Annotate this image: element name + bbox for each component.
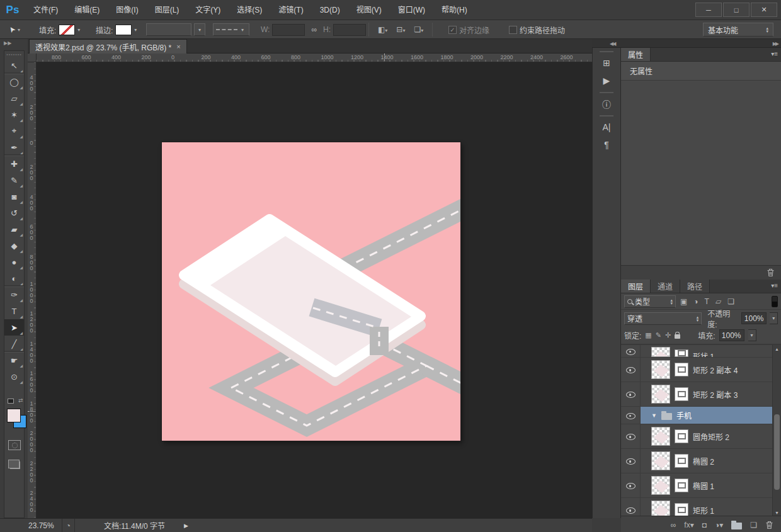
layer-visibility-cell[interactable] bbox=[621, 345, 641, 357]
status-flyout-icon[interactable]: ▶ bbox=[184, 523, 188, 529]
filter-smart-object-icon[interactable]: ❏ bbox=[727, 297, 734, 306]
layer-thumbnail[interactable] bbox=[651, 476, 670, 495]
menu-item-9[interactable]: 窗口(W) bbox=[390, 0, 433, 20]
info-panel-icon[interactable]: ⓘ bbox=[597, 96, 616, 112]
vector-mask-thumbnail[interactable] bbox=[675, 363, 688, 376]
layer-list-scrollbar[interactable]: ▲ ▼ bbox=[772, 345, 781, 516]
stroke-style-combo[interactable]: ▾ bbox=[213, 23, 249, 36]
properties-delete-icon[interactable] bbox=[767, 268, 775, 277]
delete-layer-icon[interactable] bbox=[765, 521, 773, 529]
stroke-width-combo[interactable] bbox=[146, 23, 191, 36]
move-tool[interactable]: ↖◢ bbox=[4, 57, 24, 74]
lock-transparency-icon[interactable]: ▦ bbox=[645, 331, 651, 339]
close-button[interactable]: ✕ bbox=[751, 3, 777, 17]
document-tab[interactable]: 透视效果2.psd @ 23.7% (手机, RGB/8) * × bbox=[29, 39, 187, 54]
horizontal-ruler[interactable]: 8006004002000200400600800100012001400160… bbox=[37, 54, 592, 62]
layer-row-1[interactable]: 矩形 2 副本 4 bbox=[621, 358, 781, 382]
collapse-dock-icon[interactable]: ◀◀ bbox=[610, 41, 615, 47]
actions-panel-icon[interactable]: ▶ bbox=[597, 72, 616, 89]
layer-thumbnail[interactable] bbox=[651, 347, 670, 357]
tab-通道[interactable]: 通道 bbox=[651, 280, 680, 293]
menu-item-10[interactable]: 帮助(H) bbox=[433, 0, 476, 20]
minimize-button[interactable]: ─ bbox=[695, 3, 722, 17]
clone-stamp-tool[interactable]: ◙◢ bbox=[4, 188, 24, 205]
layer-row-body[interactable]: 椭圆 1 bbox=[641, 473, 772, 497]
line-tool[interactable]: ╱◢ bbox=[4, 336, 24, 352]
properties-panel-menu-icon[interactable]: ▾≡ bbox=[771, 50, 778, 57]
zoom-tool[interactable]: ⊙◢ bbox=[4, 368, 24, 385]
layer-row-2[interactable]: 矩形 2 副本 3 bbox=[621, 382, 781, 407]
filter-type-icon[interactable]: T bbox=[705, 297, 709, 306]
stroke-width-dropdown[interactable]: ▾ bbox=[194, 23, 205, 36]
layer-mask-icon[interactable]: ◘ bbox=[702, 521, 707, 529]
dodge-tool[interactable]: ◐◢ bbox=[4, 270, 24, 286]
constrain-path-checkbox[interactable] bbox=[509, 26, 517, 34]
toolbar-grip[interactable]: ▪▪▪▪▪▪▪ bbox=[4, 51, 24, 57]
fill-opacity-value[interactable]: 100% bbox=[719, 329, 744, 341]
foreground-color-swatch[interactable] bbox=[7, 409, 21, 422]
eye-icon[interactable] bbox=[626, 347, 636, 356]
link-dimensions-icon[interactable]: ∞ bbox=[311, 25, 317, 34]
zoom-level-field[interactable]: 23.75% bbox=[28, 521, 54, 530]
eye-icon[interactable] bbox=[626, 506, 636, 514]
filter-pixel-icon[interactable]: ▣ bbox=[680, 297, 687, 306]
layer-row-body[interactable]: 形状 1 bbox=[641, 345, 772, 357]
vertical-ruler[interactable]: 4002000200400600800100012001400160018002… bbox=[28, 62, 37, 518]
layer-row-body[interactable]: 圆角矩形 2 bbox=[641, 424, 772, 448]
menu-item-3[interactable]: 图层(L) bbox=[147, 0, 188, 20]
layer-filter-toggle[interactable] bbox=[772, 296, 778, 307]
layer-thumbnail[interactable] bbox=[651, 360, 670, 379]
path-selection-tool[interactable]: ➤◢ bbox=[4, 319, 24, 336]
lock-all-icon[interactable] bbox=[675, 334, 680, 339]
menu-item-2[interactable]: 图像(I) bbox=[108, 0, 146, 20]
layer-row-0[interactable]: 形状 1 bbox=[621, 345, 781, 358]
scroll-down-icon[interactable]: ▼ bbox=[775, 509, 779, 516]
vector-mask-thumbnail[interactable] bbox=[675, 503, 688, 516]
tab-路径[interactable]: 路径 bbox=[680, 280, 710, 293]
lasso-tool[interactable]: ▱◢ bbox=[4, 90, 24, 106]
vector-mask-thumbnail[interactable] bbox=[675, 349, 688, 357]
width-input[interactable] bbox=[272, 24, 305, 36]
vector-mask-thumbnail[interactable] bbox=[675, 478, 688, 492]
eye-icon[interactable] bbox=[626, 390, 636, 399]
brush-tool[interactable]: ✎◢ bbox=[4, 172, 24, 188]
layer-thumbnail[interactable] bbox=[651, 427, 670, 446]
swap-colors-icon[interactable]: ⇄ bbox=[18, 397, 23, 404]
vector-mask-thumbnail[interactable] bbox=[675, 429, 688, 443]
layer-visibility-cell[interactable] bbox=[621, 424, 641, 448]
align-edges-checkbox[interactable]: ✓ bbox=[448, 26, 457, 34]
opacity-value[interactable]: 100% bbox=[741, 312, 767, 324]
path-arrange-icon[interactable]: ❏▾ bbox=[414, 25, 423, 34]
adjustment-layer-icon[interactable]: ◑▾ bbox=[715, 521, 723, 529]
layer-thumbnail[interactable] bbox=[651, 501, 670, 516]
layer-row-body[interactable]: 椭圆 2 bbox=[641, 449, 772, 473]
hand-tool[interactable]: ☛◢ bbox=[4, 352, 24, 368]
layer-row-3[interactable]: ▼手机 bbox=[621, 407, 781, 424]
document-close-icon[interactable]: × bbox=[176, 43, 180, 50]
default-colors-icon[interactable] bbox=[8, 399, 14, 404]
paint-bucket-tool[interactable]: ◆◢ bbox=[4, 237, 24, 254]
new-layer-icon[interactable]: ❏ bbox=[750, 521, 757, 529]
menu-item-7[interactable]: 3D(D) bbox=[312, 0, 348, 20]
marquee-tool[interactable]: ◯◢ bbox=[4, 74, 24, 90]
eye-icon[interactable] bbox=[626, 432, 636, 441]
menu-item-4[interactable]: 文字(Y) bbox=[187, 0, 229, 20]
opacity-dropdown-icon[interactable]: ▾ bbox=[770, 312, 778, 324]
height-input[interactable] bbox=[333, 24, 366, 36]
layer-row-body[interactable]: 矩形 1 bbox=[641, 498, 772, 516]
menu-item-5[interactable]: 选择(S) bbox=[229, 0, 270, 20]
expand-dock-icon[interactable]: ▶▶ bbox=[773, 41, 778, 47]
eye-icon[interactable] bbox=[626, 456, 636, 465]
filter-shape-icon[interactable]: ▱ bbox=[715, 297, 721, 306]
current-tool-icon[interactable]: ➤ ▾ bbox=[9, 20, 20, 39]
scroll-up-icon[interactable]: ▲ bbox=[775, 345, 779, 353]
healing-brush-tool[interactable]: ✚◢ bbox=[4, 156, 24, 172]
paragraph-panel-icon[interactable]: ¶ bbox=[597, 137, 616, 153]
layer-row-body[interactable]: 矩形 2 副本 3 bbox=[641, 382, 772, 406]
workspace-switcher[interactable]: 基本功能 ▴▾ bbox=[703, 23, 773, 37]
toolbar-collapse-icon[interactable]: ▶▶ bbox=[4, 40, 11, 46]
menu-item-1[interactable]: 编辑(E) bbox=[66, 0, 108, 20]
vector-mask-thumbnail[interactable] bbox=[675, 387, 688, 401]
crop-tool[interactable]: ⌖◢ bbox=[4, 123, 24, 139]
clone-source-panel-icon[interactable]: ⊞ bbox=[597, 55, 616, 71]
